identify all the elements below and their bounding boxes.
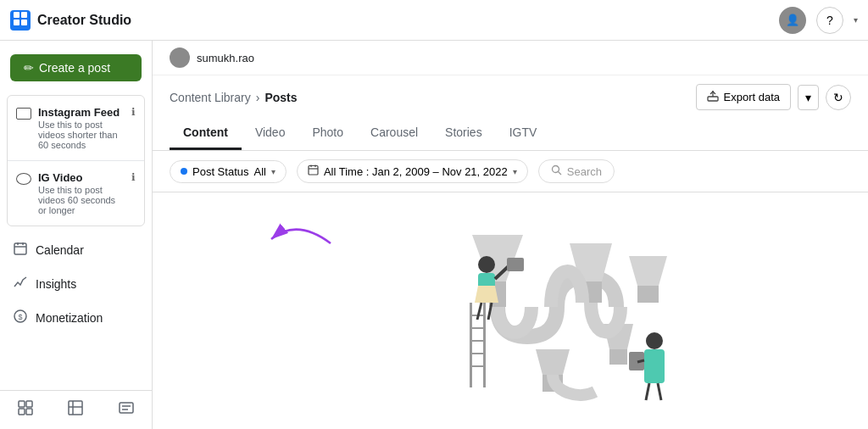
- status-dot: [181, 168, 187, 175]
- instagram-feed-info-icon[interactable]: ℹ: [131, 106, 136, 118]
- topbar-chevron-icon[interactable]: ▾: [854, 15, 858, 25]
- post-status-chevron-icon: ▾: [271, 167, 275, 176]
- avatar[interactable]: 👤: [779, 7, 806, 34]
- sidebar-insights-label: Insights: [36, 277, 76, 291]
- svg-rect-20: [708, 97, 718, 101]
- svg-rect-12: [19, 409, 25, 415]
- funnel-illustration: [341, 218, 680, 404]
- calendar-icon: [14, 242, 27, 259]
- tab-carousel[interactable]: Carousel: [357, 117, 431, 150]
- tab-stories[interactable]: Stories: [431, 117, 496, 150]
- instagram-feed-text: Instagram Feed Use this to post videos s…: [38, 106, 125, 150]
- tab-content[interactable]: Content: [170, 117, 242, 150]
- app-logo: [10, 10, 31, 31]
- svg-rect-3: [21, 20, 27, 25]
- ig-video-label: IG Video: [38, 171, 125, 184]
- post-status-label: Post Status: [192, 165, 248, 178]
- create-post-label: Create a post: [39, 61, 110, 75]
- svg-text:$: $: [19, 313, 23, 321]
- breadcrumb-parent[interactable]: Content Library: [170, 91, 251, 104]
- svg-point-46: [478, 256, 495, 273]
- tab-video[interactable]: Video: [242, 117, 299, 150]
- breadcrumb-separator: ›: [256, 91, 260, 104]
- refresh-button[interactable]: ↻: [826, 85, 851, 110]
- insights-icon: [14, 276, 27, 292]
- sidebar-bottom-toolbar: [0, 390, 152, 429]
- instagram-feed-label: Instagram Feed: [38, 106, 125, 119]
- username: sumukh.rao: [197, 52, 254, 64]
- ig-video-subtitle: Use this to post videos 60 seconds or lo…: [38, 185, 125, 215]
- instagram-feed-subtitle: Use this to post videos shorter than 60 …: [38, 120, 125, 150]
- tab-carousel-label: Carousel: [370, 125, 418, 139]
- app-title: Creator Studio: [37, 13, 131, 28]
- svg-rect-2: [14, 20, 19, 25]
- svg-rect-22: [309, 166, 318, 176]
- filters-bar: Post Status All ▾ All Time : Jan 2, 2009…: [153, 151, 868, 192]
- breadcrumb: Content Library › Posts: [170, 91, 298, 104]
- tab-photo[interactable]: Photo: [298, 117, 357, 150]
- export-label: Export data: [724, 91, 781, 103]
- date-range-label: All Time : Jan 2, 2009 – Nov 21, 2022: [324, 165, 508, 178]
- svg-rect-54: [644, 349, 665, 383]
- ig-video-option[interactable]: IG Video Use this to post videos 60 seco…: [8, 164, 144, 222]
- svg-point-26: [552, 166, 559, 173]
- instagram-feed-option[interactable]: Instagram Feed Use this to post videos s…: [8, 99, 144, 157]
- sidebar-bottom-icon-3[interactable]: [118, 399, 135, 421]
- video-icon: [16, 173, 31, 185]
- help-button[interactable]: ?: [816, 7, 843, 34]
- feed-icon: [16, 108, 31, 120]
- ig-video-text: IG Video Use this to post videos 60 seco…: [38, 171, 125, 215]
- breadcrumb-current: Posts: [264, 91, 297, 104]
- svg-marker-35: [536, 349, 570, 375]
- avatar-placeholder: 👤: [786, 14, 799, 26]
- content-header-top: Content Library › Posts Export data ▾: [170, 75, 851, 110]
- dropdown-divider: [8, 160, 144, 161]
- svg-line-57: [646, 383, 649, 400]
- refresh-icon: ↻: [833, 91, 843, 104]
- post-status-filter[interactable]: Post Status All ▾: [170, 160, 287, 183]
- sidebar-monetization-label: Monetization: [36, 311, 103, 325]
- search-box[interactable]: Search: [538, 159, 615, 183]
- svg-rect-4: [14, 243, 26, 254]
- sidebar-item-monetization[interactable]: $ Monetization: [0, 301, 152, 335]
- svg-marker-33: [629, 256, 667, 286]
- create-post-button[interactable]: ✏ Create a post: [10, 54, 142, 81]
- svg-marker-48: [475, 286, 498, 303]
- tab-photo-label: Photo: [312, 125, 343, 139]
- sidebar-item-calendar[interactable]: Calendar: [0, 233, 152, 267]
- export-dropdown-button[interactable]: ▾: [798, 85, 819, 110]
- sidebar-bottom-icon-1[interactable]: [17, 399, 34, 421]
- sidebar-item-insights[interactable]: Insights: [0, 267, 152, 301]
- svg-rect-50: [507, 258, 524, 271]
- svg-rect-34: [637, 286, 659, 303]
- topbar-left: Creator Studio: [10, 10, 131, 31]
- topbar-right: 👤 ? ▾: [779, 7, 858, 34]
- tab-content-label: Content: [183, 125, 228, 139]
- tab-igtv-label: IGTV: [509, 125, 537, 139]
- sidebar: ✏ Create a post Instagram Feed Use this …: [0, 41, 153, 429]
- tab-stories-label: Stories: [445, 125, 482, 139]
- export-button[interactable]: Export data: [696, 84, 792, 110]
- date-range-chevron-icon: ▾: [513, 167, 517, 176]
- ig-video-info-icon[interactable]: ℹ: [131, 171, 136, 183]
- svg-line-56: [637, 360, 644, 362]
- main-layout: ✏ Create a post Instagram Feed Use this …: [0, 41, 868, 429]
- dropdown-chevron-icon: ▾: [805, 91, 811, 104]
- topbar: Creator Studio 👤 ? ▾: [0, 0, 868, 41]
- svg-rect-13: [26, 409, 32, 415]
- post-status-value: All: [253, 165, 265, 178]
- sidebar-bottom-icon-2[interactable]: [67, 399, 84, 421]
- tab-video-label: Video: [255, 125, 286, 139]
- svg-rect-1: [21, 12, 27, 18]
- header-actions: Export data ▾ ↻: [696, 84, 852, 110]
- search-placeholder: Search: [567, 165, 602, 178]
- search-icon: [551, 164, 562, 178]
- svg-rect-0: [14, 12, 19, 18]
- svg-point-53: [646, 332, 663, 349]
- svg-rect-38: [609, 349, 627, 365]
- svg-line-51: [477, 303, 481, 320]
- svg-line-27: [558, 172, 561, 176]
- svg-line-58: [658, 383, 661, 400]
- date-range-filter[interactable]: All Time : Jan 2, 2009 – Nov 21, 2022 ▾: [297, 159, 528, 183]
- tab-igtv[interactable]: IGTV: [496, 117, 551, 150]
